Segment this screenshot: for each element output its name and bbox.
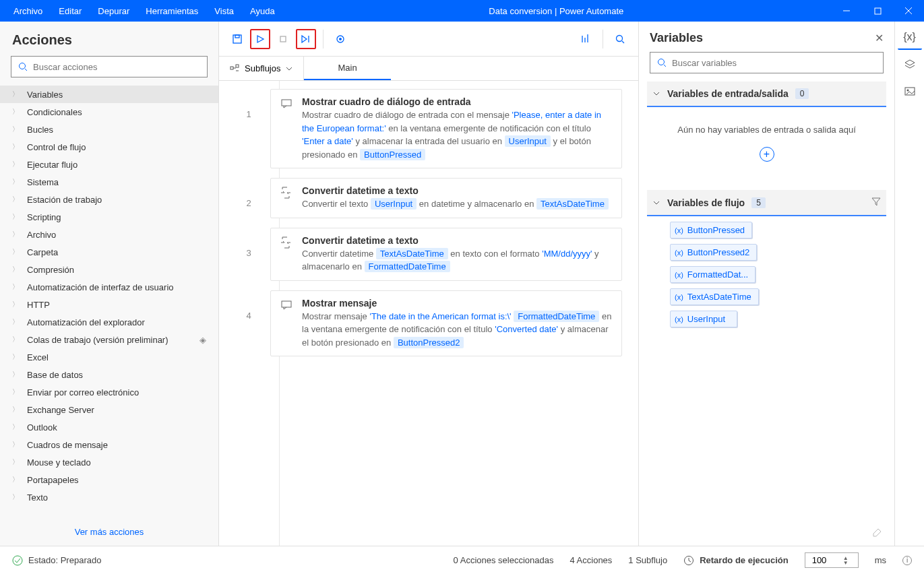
close-variables-button[interactable]: ✕ [875, 32, 884, 44]
see-more-actions-link[interactable]: Ver más acciones [75, 527, 144, 537]
record-button[interactable] [330, 29, 350, 49]
chart-icon[interactable] [576, 29, 596, 49]
action-category[interactable]: 〉Bucles [0, 121, 218, 138]
subflows-dropdown[interactable]: Subflujos [219, 57, 304, 80]
menu-editar[interactable]: Editar [52, 2, 88, 20]
svg-rect-24 [282, 301, 291, 307]
action-category[interactable]: 〉Enviar por correo electrónico [0, 383, 218, 401]
stop-button[interactable] [273, 29, 293, 49]
action-category[interactable]: 〉Portapapeles [0, 471, 218, 488]
menu-archivo[interactable]: Archivo [7, 2, 49, 20]
status-actions: 4 Acciones [569, 555, 612, 565]
delay-down[interactable]: ▼ [843, 561, 849, 565]
add-io-variable-button[interactable]: + [760, 147, 774, 162]
action-label: Compresión [27, 265, 74, 275]
variables-search-input[interactable] [672, 58, 876, 68]
step-description: Convertir datetime TextAsDateTime en tex… [302, 247, 612, 274]
status-ok-icon [12, 555, 23, 566]
eraser-icon[interactable] [639, 520, 894, 546]
variable-token: UserInput [371, 198, 417, 210]
action-category[interactable]: 〉Carpeta [0, 243, 218, 261]
action-label: Mouse y teclado [27, 457, 91, 468]
io-variables-toggle[interactable]: Variables de entrada/salida 0 [647, 82, 886, 107]
info-icon[interactable]: i [902, 556, 912, 565]
flow-step-card[interactable]: Convertir datetime a textoConvertir date… [270, 228, 622, 281]
convert-icon [280, 235, 292, 274]
action-category[interactable]: 〉HTTP [0, 296, 218, 313]
close-button[interactable] [893, 0, 924, 22]
svg-line-18 [622, 41, 624, 43]
actions-search-input[interactable] [33, 62, 200, 72]
chevron-right-icon: 〉 [12, 90, 19, 99]
action-category[interactable]: 〉Control de flujo [0, 138, 218, 156]
delay-input[interactable] [812, 555, 843, 565]
action-category[interactable]: 〉Mouse y teclado [0, 453, 218, 471]
action-category[interactable]: 〉Cuadros de mensaje [0, 436, 218, 453]
variable-chip[interactable]: (x)FormattedDat... [670, 266, 756, 283]
step-button[interactable] [296, 29, 316, 49]
flow-step-card[interactable]: Convertir datetime a textoConvertir el t… [270, 178, 622, 218]
action-category[interactable]: 〉Automatización de interfaz de usuario [0, 278, 218, 296]
rail-layers-icon[interactable] [898, 53, 922, 77]
maximize-button[interactable] [862, 0, 893, 22]
variable-name: UserInput [687, 314, 725, 324]
menu-vista[interactable]: Vista [208, 2, 241, 20]
action-category[interactable]: 〉Condicionales [0, 103, 218, 121]
designer-area: Subflujos Main 1Mostrar cuadro de diálog… [219, 22, 638, 546]
action-label: Outlook [27, 422, 57, 433]
flow-variables-toggle[interactable]: Variables de flujo 5 [647, 190, 886, 216]
step-description: Mostrar mensaje 'The date in the America… [302, 310, 612, 350]
action-label: Sistema [27, 177, 59, 187]
action-category[interactable]: 〉Ejecutar flujo [0, 156, 218, 173]
actions-panel: Acciones 〉Variables〉Condicionales〉Bucles… [0, 22, 219, 546]
action-category[interactable]: 〉Colas de trabajo (versión preliminar)◈ [0, 331, 218, 348]
chevron-right-icon: 〉 [12, 300, 19, 309]
svg-marker-10 [302, 36, 307, 42]
menu-herramientas[interactable]: Herramientas [139, 2, 205, 20]
menu-ayuda[interactable]: Ayuda [243, 2, 282, 20]
chevron-down-icon [286, 65, 292, 72]
action-category[interactable]: 〉Base de datos [0, 366, 218, 383]
variable-token: TextAsDateTime [536, 198, 609, 210]
delay-input-box[interactable]: ▲▼ [805, 552, 859, 568]
variable-chip[interactable]: (x)ButtonPressed2 [670, 244, 757, 261]
minimize-button[interactable] [831, 0, 862, 22]
variables-panel: Variables ✕ Variables de entrada/salida … [638, 22, 894, 546]
action-category[interactable]: 〉Texto [0, 488, 218, 506]
rail-variables-icon[interactable]: {x} [898, 26, 922, 50]
variable-chip[interactable]: (x)TextAsDateTime [670, 288, 759, 305]
variable-chip[interactable]: (x)ButtonPressed [670, 222, 752, 238]
svg-line-5 [25, 69, 27, 71]
run-button[interactable] [250, 29, 270, 49]
variable-chip[interactable]: (x)UserInput [670, 311, 737, 327]
flow-step-card[interactable]: Mostrar cuadro de diálogo de entradaMost… [270, 89, 622, 168]
actions-search[interactable] [11, 56, 208, 77]
chevron-right-icon: 〉 [12, 142, 19, 152]
designer-toolbar [219, 22, 638, 57]
tab-main[interactable]: Main [304, 57, 390, 80]
action-category[interactable]: 〉Scripting [0, 208, 218, 226]
chevron-right-icon: 〉 [12, 352, 19, 362]
variables-search[interactable] [650, 52, 884, 73]
menu-depurar[interactable]: Depurar [91, 2, 136, 20]
action-category[interactable]: 〉Archivo [0, 226, 218, 243]
action-category[interactable]: 〉Estación de trabajo [0, 191, 218, 208]
action-category[interactable]: 〉Automatización del explorador [0, 313, 218, 331]
action-category[interactable]: 〉Exchange Server [0, 401, 218, 418]
chevron-down-icon [652, 90, 660, 98]
flow-step-card[interactable]: Mostrar mensajeMostrar mensaje 'The date… [270, 290, 622, 357]
action-category[interactable]: 〉Sistema [0, 173, 218, 191]
action-category[interactable]: 〉Compresión [0, 261, 218, 278]
action-category[interactable]: 〉Variables [0, 86, 218, 103]
rail-image-icon[interactable] [898, 79, 922, 104]
chevron-right-icon: 〉 [12, 475, 19, 484]
action-label: Condicionales [27, 107, 82, 117]
svg-point-31 [906, 90, 908, 92]
save-button[interactable] [227, 29, 247, 49]
variable-icon: (x) [675, 315, 683, 323]
search-flow-button[interactable] [610, 29, 630, 49]
action-category[interactable]: 〉Excel [0, 348, 218, 366]
filter-icon[interactable] [871, 197, 881, 208]
action-category[interactable]: 〉Outlook [0, 418, 218, 436]
message-icon [280, 298, 292, 350]
